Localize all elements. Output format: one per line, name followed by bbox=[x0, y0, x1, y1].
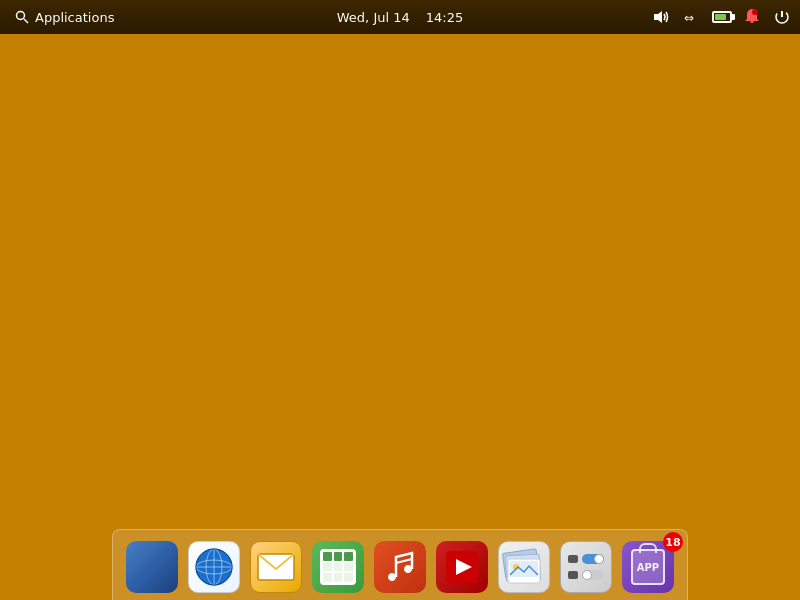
desktop[interactable] bbox=[0, 34, 800, 600]
toggle-label-1 bbox=[568, 555, 578, 563]
store-label: APP bbox=[637, 562, 659, 573]
dock: APP 18 bbox=[112, 529, 688, 600]
date-display: Wed, Jul 14 bbox=[337, 10, 410, 25]
power-button[interactable] bbox=[772, 7, 792, 27]
menubar: Applications Wed, Jul 14 14:25 ⇔ bbox=[0, 0, 800, 34]
search-icon bbox=[14, 9, 30, 25]
settings-icon bbox=[560, 541, 612, 593]
store-bag-icon: APP bbox=[631, 549, 665, 585]
svg-text:⇔: ⇔ bbox=[684, 11, 694, 24]
toggle-switch-1 bbox=[582, 554, 604, 564]
toggle-row-2 bbox=[568, 570, 604, 580]
volume-icon bbox=[653, 9, 671, 25]
mail-icon bbox=[250, 541, 302, 593]
toggle-knob-2 bbox=[582, 570, 592, 580]
envelope-icon bbox=[257, 553, 295, 581]
svg-line-14 bbox=[396, 559, 412, 563]
svg-marker-2 bbox=[654, 11, 662, 23]
volume-control[interactable] bbox=[652, 7, 672, 27]
store-badge: 18 bbox=[663, 532, 683, 552]
taskbar: APP 18 bbox=[0, 520, 800, 600]
dock-item-music[interactable] bbox=[371, 538, 429, 596]
notification-bell-icon bbox=[744, 8, 760, 26]
spreadsheet-icon bbox=[312, 541, 364, 593]
menubar-right: ⇔ bbox=[652, 7, 792, 27]
dock-item-video[interactable] bbox=[433, 538, 491, 596]
battery-status[interactable] bbox=[712, 7, 732, 27]
battery-fill bbox=[715, 14, 726, 20]
toggle-label-2 bbox=[568, 571, 578, 579]
network-icon: ⇔ bbox=[682, 10, 702, 24]
browser-icon bbox=[188, 541, 240, 593]
svg-line-1 bbox=[24, 19, 28, 23]
toggle-row-1 bbox=[568, 554, 604, 564]
music-icon bbox=[374, 541, 426, 593]
photos-stack-icon bbox=[502, 545, 546, 589]
applications-label: Applications bbox=[35, 10, 114, 25]
power-icon bbox=[774, 9, 790, 25]
video-icon bbox=[436, 541, 488, 593]
spreadsheet-grid bbox=[320, 549, 356, 585]
battery-icon bbox=[712, 11, 732, 23]
globe-icon bbox=[194, 547, 234, 587]
dock-item-settings[interactable] bbox=[557, 538, 615, 596]
svg-point-4 bbox=[752, 9, 758, 15]
dock-item-mail[interactable] bbox=[247, 538, 305, 596]
music-note-icon bbox=[384, 549, 416, 585]
dock-item-store[interactable]: APP 18 bbox=[619, 538, 677, 596]
play-icon bbox=[444, 549, 480, 585]
time-display: 14:25 bbox=[426, 10, 463, 25]
toggle-knob-1 bbox=[594, 554, 604, 564]
menubar-left: Applications bbox=[8, 7, 120, 27]
svg-point-0 bbox=[17, 12, 25, 20]
photos-icon bbox=[498, 541, 550, 593]
dock-item-photos[interactable] bbox=[495, 538, 553, 596]
dock-item-browser[interactable] bbox=[185, 538, 243, 596]
toggle-settings-icon bbox=[566, 547, 606, 587]
applications-menu[interactable]: Applications bbox=[8, 7, 120, 27]
app-switcher-icon bbox=[126, 541, 178, 593]
menubar-center: Wed, Jul 14 14:25 bbox=[337, 10, 463, 25]
notifications[interactable] bbox=[742, 7, 762, 27]
dock-item-spreadsheet[interactable] bbox=[309, 538, 367, 596]
dock-item-app-switcher[interactable] bbox=[123, 538, 181, 596]
network-status[interactable]: ⇔ bbox=[682, 7, 702, 27]
toggle-switch-2 bbox=[582, 570, 604, 580]
